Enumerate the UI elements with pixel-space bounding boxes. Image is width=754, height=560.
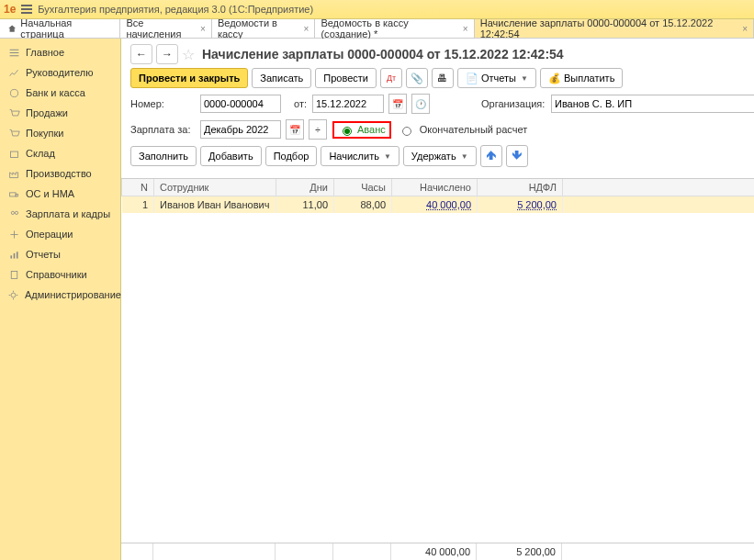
date-field[interactable]	[312, 95, 384, 113]
box-icon	[7, 147, 20, 160]
money-icon	[7, 86, 20, 99]
svg-point-4	[11, 211, 14, 214]
period-field[interactable]	[200, 120, 281, 139]
tab-home[interactable]: Начальная страница	[0, 19, 120, 38]
logo-1c: 1e	[4, 3, 16, 16]
sidebar-item-stock[interactable]: Склад	[0, 143, 120, 163]
chart-icon	[7, 66, 20, 79]
stepper-icon[interactable]: ÷	[309, 119, 327, 140]
menu-icon[interactable]	[21, 5, 32, 14]
move-up-button[interactable]: 🡹	[480, 145, 502, 167]
fill-button[interactable]: Заполнить	[130, 146, 197, 166]
col-emp[interactable]: Сотрудник	[154, 179, 276, 196]
col-accrued[interactable]: Начислено	[392, 179, 478, 196]
calendar-icon[interactable]: 📅	[286, 119, 304, 140]
total-accrued: 40 000,00	[391, 543, 477, 560]
add-button[interactable]: Добавить	[200, 146, 262, 166]
svg-point-5	[15, 211, 17, 214]
col-ndfl[interactable]: НДФЛ	[478, 179, 563, 196]
advance-highlight: Аванс	[332, 121, 391, 139]
org-label: Организация:	[481, 98, 546, 109]
col-blank	[563, 179, 755, 196]
post-close-button[interactable]: Провести и закрыть	[130, 68, 248, 88]
number-label: Номер:	[130, 98, 195, 109]
tab-vedomosti[interactable]: Ведомости в кассу×	[212, 19, 315, 38]
sidebar-item-reports[interactable]: Отчеты	[0, 244, 120, 264]
radio-advance[interactable]	[343, 127, 352, 136]
calc-button[interactable]: Начислить▼	[321, 146, 399, 166]
sidebar-item-production[interactable]: Производство	[0, 163, 120, 184]
post-button[interactable]: Провести	[315, 68, 377, 88]
svg-rect-2	[9, 192, 16, 196]
time-icon[interactable]: 🕐	[411, 94, 430, 114]
org-field[interactable]	[551, 95, 754, 113]
calendar-icon[interactable]: 📅	[388, 94, 407, 114]
col-n[interactable]: N	[122, 179, 154, 196]
radio-final[interactable]	[402, 127, 411, 136]
table-row[interactable]: 1 Иванов Иван Иванович 11,00 88,00 40 00…	[122, 196, 755, 214]
hold-button[interactable]: Удержать▼	[403, 146, 477, 166]
col-hours[interactable]: Часы	[334, 179, 392, 196]
sidebar-item-operations[interactable]: Операции	[0, 224, 120, 244]
sidebar-item-main[interactable]: Главное	[0, 42, 120, 62]
book-icon	[7, 268, 20, 281]
cart-icon	[7, 106, 20, 119]
sidebar: Главное Руководителю Банк и касса Продаж…	[0, 39, 121, 560]
dk-button[interactable]: Дт	[380, 68, 402, 88]
accrued-link[interactable]: 40 000,00	[426, 199, 471, 210]
people-icon	[7, 207, 20, 220]
radio-final-label: Окончательный расчет	[420, 124, 527, 135]
svg-point-0	[10, 89, 17, 96]
close-icon[interactable]: ×	[463, 24, 468, 34]
tab-vedomost-create[interactable]: Ведомость в кассу (создание) *×	[315, 19, 474, 38]
sidebar-item-purchases[interactable]: Покупки	[0, 123, 120, 143]
number-field[interactable]	[200, 95, 281, 113]
forward-button[interactable]: →	[156, 44, 178, 64]
svg-rect-6	[10, 255, 12, 258]
save-button[interactable]: Записать	[252, 68, 311, 88]
pay-button[interactable]: 💰 Выплатить	[540, 68, 623, 88]
pick-button[interactable]: Подбор	[265, 146, 318, 166]
truck-icon	[7, 187, 20, 200]
factory-icon	[7, 167, 20, 180]
tabbar: Начальная страница Все начисления× Ведом…	[0, 19, 754, 39]
sidebar-item-sales[interactable]: Продажи	[0, 103, 120, 123]
favorite-icon[interactable]: ☆	[182, 46, 195, 63]
print-button[interactable]: 🖶	[432, 68, 454, 88]
back-button[interactable]: ←	[130, 44, 152, 64]
close-icon[interactable]: ×	[200, 24, 206, 34]
sidebar-item-assets[interactable]: ОС и НМА	[0, 184, 120, 204]
svg-rect-1	[10, 151, 17, 158]
reports-button[interactable]: 📄 Отчеты▼	[457, 68, 536, 88]
table-footer: 40 000,00 5 200,00	[121, 543, 754, 560]
ops-icon	[7, 228, 20, 241]
sidebar-item-manager[interactable]: Руководителю	[0, 62, 120, 83]
total-ndfl: 5 200,00	[477, 543, 562, 560]
close-icon[interactable]: ×	[742, 24, 748, 34]
ndfl-link[interactable]: 5 200,00	[517, 199, 557, 210]
tab-payroll-active[interactable]: Начисление зарплаты 0000-000004 от 15.12…	[475, 19, 754, 38]
home-icon	[7, 24, 17, 34]
svg-rect-8	[16, 252, 17, 258]
radio-advance-label: Аванс	[357, 124, 386, 135]
content: ← → ☆ Начисление зарплаты 0000-000004 от…	[121, 39, 754, 560]
attach-button[interactable]: 📎	[406, 68, 428, 88]
list-icon	[7, 46, 20, 59]
page-title: Начисление зарплаты 0000-000004 от 15.12…	[202, 47, 564, 62]
svg-rect-3	[16, 194, 17, 196]
cart-icon	[7, 127, 20, 140]
table: N Сотрудник Дни Часы Начислено НДФЛ 1 Ив…	[121, 178, 754, 543]
period-label: Зарплата за:	[130, 124, 195, 135]
svg-rect-7	[13, 252, 15, 258]
sidebar-item-bank[interactable]: Банк и касса	[0, 83, 120, 103]
move-down-button[interactable]: 🡻	[506, 145, 528, 167]
tab-all-accruals[interactable]: Все начисления×	[120, 19, 212, 38]
close-icon[interactable]: ×	[304, 24, 309, 34]
tab-home-label: Начальная страница	[20, 17, 112, 39]
sidebar-item-admin[interactable]: Администрирование	[0, 285, 120, 305]
titlebar: 1e Бухгалтерия предприятия, редакция 3.0…	[0, 0, 754, 19]
sidebar-item-refs[interactable]: Справочники	[0, 264, 120, 285]
app-title: Бухгалтерия предприятия, редакция 3.0 (1…	[38, 4, 313, 15]
col-days[interactable]: Дни	[276, 179, 334, 196]
sidebar-item-payroll[interactable]: Зарплата и кадры	[0, 204, 120, 224]
